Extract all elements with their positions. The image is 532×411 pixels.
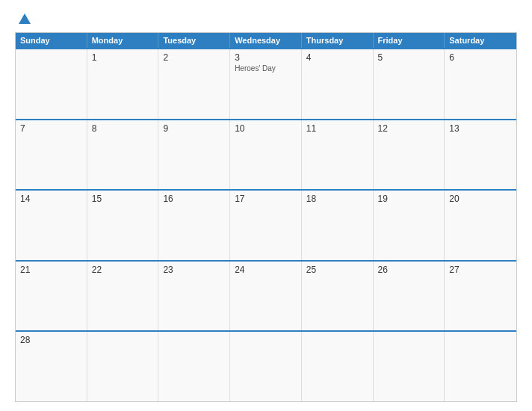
calendar-cell [374, 332, 445, 401]
day-of-week-header: Thursday [302, 33, 374, 48]
calendar-cell: 2 [158, 49, 230, 119]
calendar-week-1: 123Heroes' Day456 [16, 48, 516, 119]
calendar-week-5: 28 [16, 330, 516, 401]
header [15, 13, 517, 25]
calendar-cell: 25 [302, 262, 374, 331]
day-number: 18 [306, 194, 368, 204]
calendar-cell: 28 [16, 332, 87, 401]
day-number: 17 [235, 194, 297, 204]
calendar-cell: 9 [158, 120, 230, 190]
calendar-cell: 24 [230, 262, 302, 331]
calendar-header-row: SundayMondayTuesdayWednesdayThursdayFrid… [16, 33, 516, 48]
calendar-cell: 16 [158, 191, 230, 260]
page: SundayMondayTuesdayWednesdayThursdayFrid… [0, 0, 532, 411]
day-of-week-header: Saturday [445, 33, 516, 48]
calendar-cell: 11 [302, 120, 374, 190]
calendar-cell: 20 [445, 191, 516, 260]
calendar-cell: 17 [230, 191, 302, 260]
calendar-cell: 27 [445, 262, 516, 331]
calendar-week-3: 14151617181920 [16, 189, 516, 260]
day-number: 23 [163, 265, 225, 275]
day-of-week-header: Tuesday [158, 33, 230, 48]
day-number: 13 [449, 123, 512, 134]
calendar-cell: 18 [302, 191, 374, 260]
calendar-cell: 6 [445, 49, 516, 119]
calendar-cell: 12 [374, 120, 445, 190]
day-number: 8 [92, 123, 154, 134]
day-number: 20 [449, 194, 512, 204]
day-of-week-header: Friday [374, 33, 445, 48]
day-number: 4 [306, 52, 368, 63]
day-number: 6 [449, 52, 512, 63]
calendar-cell [302, 332, 374, 401]
day-number: 10 [235, 123, 297, 134]
calendar-cell: 5 [374, 49, 445, 119]
calendar-cell: 13 [445, 120, 516, 190]
day-number: 27 [449, 265, 512, 275]
day-number: 5 [378, 52, 440, 63]
day-number: 22 [92, 265, 154, 275]
day-number: 26 [378, 265, 440, 275]
day-number: 14 [20, 194, 82, 204]
calendar-cell [16, 49, 87, 119]
day-number: 9 [163, 123, 225, 134]
day-of-week-header: Sunday [16, 33, 87, 48]
calendar-cell: 15 [87, 191, 159, 260]
day-number: 25 [306, 265, 368, 275]
day-number: 2 [163, 52, 225, 63]
logo-triangle-icon [19, 13, 31, 24]
day-number: 24 [235, 265, 297, 275]
day-of-week-header: Wednesday [230, 33, 302, 48]
day-number: 1 [92, 52, 154, 63]
day-number: 28 [20, 335, 82, 345]
calendar-cell: 4 [302, 49, 374, 119]
calendar-cell: 22 [87, 262, 159, 331]
logo-blue-text [15, 13, 31, 25]
calendar-cell: 23 [158, 262, 230, 331]
day-number: 3 [235, 52, 297, 63]
holiday-label: Heroes' Day [235, 64, 297, 72]
day-number: 7 [20, 123, 82, 134]
calendar-cell: 10 [230, 120, 302, 190]
day-of-week-header: Monday [87, 33, 159, 48]
calendar-cell: 21 [16, 262, 87, 331]
calendar-cell: 1 [87, 49, 159, 119]
calendar-grid: SundayMondayTuesdayWednesdayThursdayFrid… [15, 32, 517, 402]
calendar-cell: 26 [374, 262, 445, 331]
day-number: 16 [163, 194, 225, 204]
calendar-week-2: 78910111213 [16, 119, 516, 190]
calendar-week-4: 21222324252627 [16, 260, 516, 331]
day-number: 12 [378, 123, 440, 134]
day-number: 15 [92, 194, 154, 204]
calendar-cell: 8 [87, 120, 159, 190]
logo [15, 13, 31, 25]
day-number: 19 [378, 194, 440, 204]
calendar-cell: 3Heroes' Day [230, 49, 302, 119]
calendar-cell: 14 [16, 191, 87, 260]
day-number: 21 [20, 265, 82, 275]
calendar-cell [230, 332, 302, 401]
calendar-cell [158, 332, 230, 401]
day-number: 11 [306, 123, 368, 134]
calendar-cell [445, 332, 516, 401]
calendar-cell: 19 [374, 191, 445, 260]
calendar-cell: 7 [16, 120, 87, 190]
calendar-cell [87, 332, 159, 401]
